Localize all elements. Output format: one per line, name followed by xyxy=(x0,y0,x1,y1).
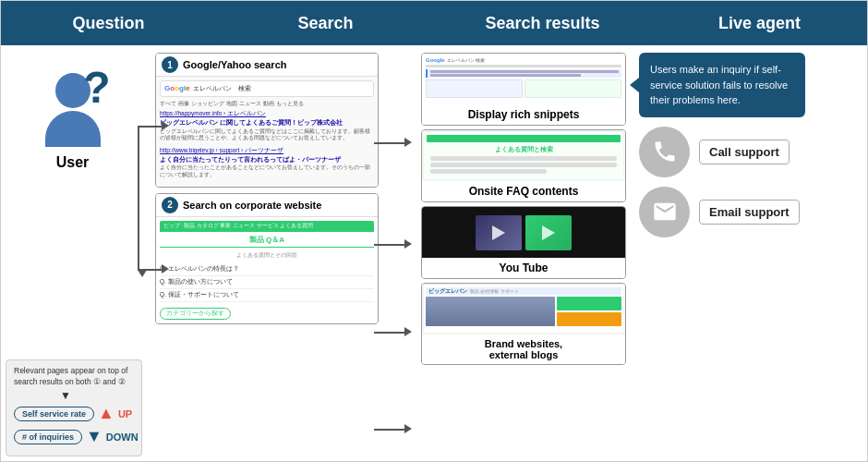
header-agent-label: Live agent xyxy=(718,14,801,33)
header-search: Search xyxy=(218,1,433,45)
self-service-row: Self service rate ▲ UP xyxy=(14,404,134,423)
question-column: ? User Relevant pages appear on top of s… xyxy=(1,45,144,461)
relevant-pages-text: Relevant pages appear on top of search r… xyxy=(14,366,127,386)
result-arrow-tip-3 xyxy=(404,327,412,336)
down-label: DOWN xyxy=(106,432,139,443)
user-label: User xyxy=(56,154,90,171)
user-icon: ? xyxy=(41,73,105,147)
result-label-2: Onsite FAQ contents xyxy=(422,181,625,201)
google-card-body: Google エレベルパン 検索 すべて画像ショッピング地図ニュース動画もっと見… xyxy=(156,77,378,187)
inquiries-row: # of inquiries ▼ DOWN xyxy=(14,427,134,446)
header-question-label: Question xyxy=(72,14,144,33)
up-label: UP xyxy=(118,408,132,419)
result-1-url: https://happymover.info › エレベルパン xyxy=(160,109,374,118)
arrow-tip-1 xyxy=(162,121,169,130)
header-row: Question Search Search results Live agen… xyxy=(1,1,867,45)
bottom-info-box: Relevant pages appear on top of search r… xyxy=(6,359,142,456)
user-body xyxy=(45,111,101,147)
main-container: Question Search Search results Live agen… xyxy=(0,0,868,462)
nav-tabs: すべて画像ショッピング地図ニュース動画もっと見る xyxy=(160,100,374,107)
result-thumb-1: Google エレベルパン 検索 xyxy=(422,54,625,104)
result-1-title: ビッグエレベルパン に関してよくあるご質問！ビップ株式会社 xyxy=(160,118,374,128)
result-box-1: Google エレベルパン 検索 xyxy=(421,53,626,126)
result-arrow-tip-4 xyxy=(404,424,412,433)
faq-thumb-title: よくある質問と検索 xyxy=(427,145,621,154)
down-arrow-tip xyxy=(138,270,147,277)
h-arrow-line-2 xyxy=(138,269,163,271)
header-search-label: Search xyxy=(297,14,353,33)
vertical-arrow-line xyxy=(138,127,139,270)
email-support-item: Email support xyxy=(639,187,805,237)
corp-subtitle: よくある質問とその回答 xyxy=(160,251,374,260)
corp-header-bar: ビップ 製品 カタログ 事業 ニュース サービス よくある質問 xyxy=(160,221,374,232)
result-box-3: You Tube xyxy=(421,206,626,279)
agent-column: Users make an inquiry if self-service so… xyxy=(630,45,814,461)
search-query: エレベルパン 検索 xyxy=(193,84,251,93)
youtube-thumbnail xyxy=(476,215,522,250)
google-card-header: 1 Google/Yahoo search xyxy=(156,54,378,77)
result-arrow-4 xyxy=(374,429,406,431)
result-label-4: Brand websites,external blogs xyxy=(422,334,625,364)
search-column: 1 Google/Yahoo search Google エレベルパン 検索 す… xyxy=(151,45,382,461)
h-arrow-line-1 xyxy=(138,126,163,128)
faq-item-1: Q. エレベルパンの特長は？ xyxy=(160,263,374,276)
up-arrow-icon: ▲ xyxy=(98,404,115,423)
google-bar: Google エレベルパン 検索 xyxy=(160,80,374,97)
down-arrow-blue-icon: ▼ xyxy=(86,427,102,446)
result-2-url: http://www.bigelev.jp › support › パーツナーザ xyxy=(160,146,374,155)
google-search-card: 1 Google/Yahoo search Google エレベルパン 検索 す… xyxy=(155,53,379,188)
result-label-4-text: Brand websites,external blogs xyxy=(485,338,562,360)
result-arrow-2 xyxy=(374,244,406,246)
result-thumb-4: ビッグエレバン 製品 会社情報 サポート xyxy=(422,284,625,334)
phone-icon-circle xyxy=(639,127,690,177)
corp-nav: 製品 カタログ 事業 ニュース サービス よくある質問 xyxy=(184,222,313,230)
faq-line-2 xyxy=(430,163,617,167)
phone-icon xyxy=(652,139,678,164)
result-arrow-1 xyxy=(374,142,406,144)
corp-card-header: 2 Search on corporate website xyxy=(156,194,378,217)
corp-faq-title: 製品 Q＆A xyxy=(160,235,374,248)
result-thumb-2: よくある質問と検索 xyxy=(422,130,625,181)
result-1-desc: ビッグエレベルパンに関してよくあるご質問などはここに掲載しております。顧客様の皆… xyxy=(160,128,374,143)
google-logo: Google xyxy=(164,83,190,94)
result-box-4: ビッグエレバン 製品 会社情報 サポート xyxy=(421,283,626,365)
result-box-2: よくある質問と検索 Onsite FAQ contents xyxy=(421,129,626,202)
agent-callout: Users make an inquiry if self-service so… xyxy=(639,53,805,117)
result-label-1: Display rich snippets xyxy=(422,104,625,125)
arrow-tip-2 xyxy=(162,264,169,274)
step-2-circle: 2 xyxy=(162,197,178,213)
inquiries-badge: # of inquiries xyxy=(14,430,82,444)
header-question: Question xyxy=(1,1,216,45)
corp-card-body: ビップ 製品 カタログ 事業 ニュース サービス よくある質問 製品 Q＆A よ… xyxy=(156,217,378,323)
result-label-3: You Tube xyxy=(422,258,625,278)
call-support-item: Call support xyxy=(639,127,805,177)
call-support-label: Call support xyxy=(699,140,790,164)
header-results: Search results xyxy=(435,1,650,45)
header-results-label: Search results xyxy=(485,14,599,33)
category-button[interactable]: カテゴリーから探す xyxy=(160,308,231,320)
down-arrow-icon: ▼ xyxy=(60,388,134,404)
email-icon-circle xyxy=(639,187,690,237)
step-1-label: Google/Yahoo search xyxy=(183,59,286,70)
result-2-title: よく自分に当たってたりって言われるってばよ・パーツナーザ xyxy=(160,155,374,165)
faq-item-2: Q. 製品の使い方について xyxy=(160,276,374,289)
question-mark-icon: ? xyxy=(83,66,110,110)
results-column: Google エレベルパン 検索 xyxy=(417,45,630,461)
faq-line-3 xyxy=(430,169,547,174)
step-2-label: Search on corporate website xyxy=(183,200,321,211)
search-result-1: https://happymover.info › エレベルパン ビッグエレベル… xyxy=(160,109,374,142)
email-support-label: Email support xyxy=(699,200,800,225)
result-arrow-3 xyxy=(374,332,406,334)
corporate-search-card: 2 Search on corporate website ビップ 製品 カタロ… xyxy=(155,193,379,324)
result-2-desc: よく自分に当たったことがあることなどについてお答えしています。そのうちの一部につ… xyxy=(160,164,374,179)
email-icon xyxy=(652,199,678,225)
result-arrow-tip-2 xyxy=(404,239,412,249)
self-service-badge: Self service rate xyxy=(14,407,94,421)
callout-text: Users make an inquiry if self-service so… xyxy=(650,64,788,105)
faq-line-1 xyxy=(430,156,617,161)
corp-logo-text: ビップ xyxy=(163,222,180,230)
result-thumb-3 xyxy=(422,207,625,258)
youtube-thumbnail-2 xyxy=(525,215,572,250)
step-1-circle: 1 xyxy=(162,56,178,73)
faq-item-3: Q. 保証・サポートについて xyxy=(160,289,374,302)
